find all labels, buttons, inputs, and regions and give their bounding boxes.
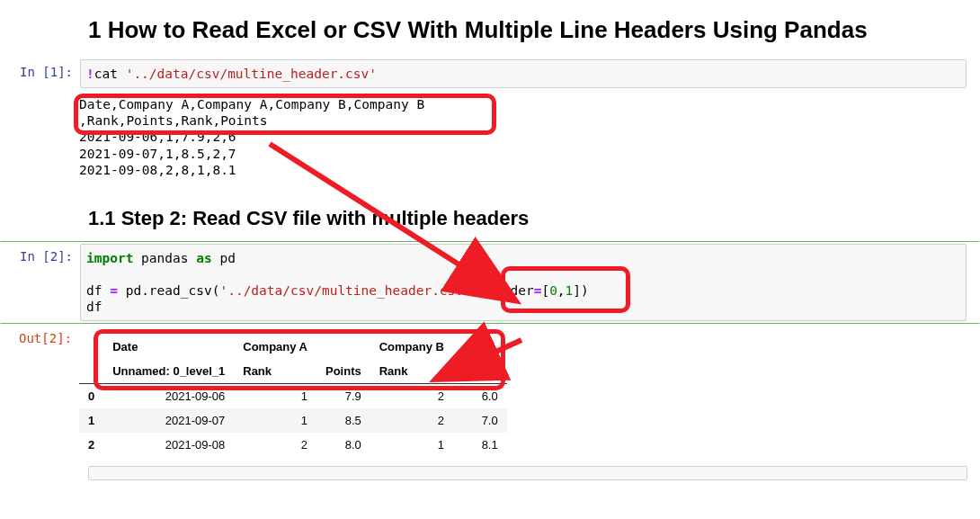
code-line: !cat '../data/csv/multine_header.csv' bbox=[86, 66, 960, 82]
heading-2: 1.1 Step 2: Read CSV file with multiple … bbox=[88, 207, 980, 230]
table-header-cell: Company A bbox=[234, 335, 316, 359]
table-cell: 8.5 bbox=[316, 408, 370, 433]
table-header-cell: Unnamed: 0_level_1 bbox=[103, 359, 234, 384]
table-cell: 6.0 bbox=[453, 384, 507, 409]
code-cell-1[interactable]: In [1]: !cat '../data/csv/multine_header… bbox=[0, 57, 980, 91]
input-prompt-2: In [2]: bbox=[1, 244, 80, 264]
code-input-1[interactable]: !cat '../data/csv/multine_header.csv' bbox=[80, 59, 967, 88]
table-header-cell: Date bbox=[103, 335, 234, 359]
table-header-cell: Rank bbox=[370, 359, 453, 384]
table-cell: 1 bbox=[370, 433, 453, 457]
code-line: import pandas as pd df = pd.read_csv('..… bbox=[86, 250, 960, 316]
output-area-2: DateCompany ACompany B Unnamed: 0_level_… bbox=[79, 326, 980, 461]
table-header-cell bbox=[316, 335, 370, 359]
stdout-text: Date,Company A,Company A,Company B,Compa… bbox=[79, 96, 980, 178]
table-row: 12021-09-0718.527.0 bbox=[79, 408, 507, 433]
output-row-2: Out[2]: DateCompany ACompany B Unnamed: … bbox=[0, 326, 980, 461]
table-row: 02021-09-0617.926.0 bbox=[79, 384, 507, 409]
row-index: 1 bbox=[79, 408, 103, 433]
output-prompt-2: Out[2]: bbox=[0, 326, 79, 345]
table-cell: 1 bbox=[234, 408, 316, 433]
notebook-container: 1 How to Read Excel or CSV With Multiple… bbox=[0, 16, 980, 489]
table-header-row-2: Unnamed: 0_level_1RankPointsRankPoints bbox=[79, 359, 507, 384]
table-header-cell: Company B bbox=[370, 335, 453, 359]
heading-1: 1 How to Read Excel or CSV With Multiple… bbox=[88, 16, 980, 44]
table-header-cell: Points bbox=[453, 359, 507, 384]
table-cell: 2 bbox=[234, 433, 316, 457]
table-cell: 7.0 bbox=[453, 408, 507, 433]
table-cell: 1 bbox=[234, 384, 316, 409]
table-header-cell bbox=[79, 335, 103, 359]
table-row: 22021-09-0828.018.1 bbox=[79, 433, 507, 457]
row-index: 0 bbox=[79, 384, 103, 409]
table-body: 02021-09-0617.926.012021-09-0718.527.022… bbox=[79, 384, 507, 458]
input-prompt-1: In [1]: bbox=[1, 59, 80, 79]
output-area-1: Date,Company A,Company A,Company B,Compa… bbox=[79, 93, 980, 185]
table-cell: 2021-09-07 bbox=[103, 408, 234, 433]
table-header-cell: Points bbox=[316, 359, 370, 384]
table-cell: 2 bbox=[370, 408, 453, 433]
table-cell: 2021-09-08 bbox=[103, 433, 234, 457]
table-header-row-1: DateCompany ACompany B bbox=[79, 335, 507, 359]
table-cell: 8.0 bbox=[316, 433, 370, 457]
row-index: 2 bbox=[79, 433, 103, 457]
code-input-2[interactable]: import pandas as pd df = pd.read_csv('..… bbox=[80, 244, 967, 322]
table-header-cell bbox=[79, 359, 103, 384]
output-row-1: Date,Company A,Company A,Company B,Compa… bbox=[0, 93, 980, 185]
table-cell: 7.9 bbox=[316, 384, 370, 409]
output-prompt-1-blank bbox=[0, 93, 79, 98]
table-header-cell bbox=[453, 335, 507, 359]
empty-code-cell[interactable] bbox=[0, 466, 980, 480]
dataframe-table: DateCompany ACompany B Unnamed: 0_level_… bbox=[79, 335, 507, 457]
code-cell-2[interactable]: In [2]: import pandas as pd df = pd.read… bbox=[0, 241, 980, 325]
table-cell: 8.1 bbox=[453, 433, 507, 457]
table-header-cell: Rank bbox=[234, 359, 316, 384]
table-cell: 2 bbox=[370, 384, 453, 409]
empty-code-input[interactable] bbox=[88, 466, 967, 480]
table-cell: 2021-09-06 bbox=[103, 384, 234, 409]
